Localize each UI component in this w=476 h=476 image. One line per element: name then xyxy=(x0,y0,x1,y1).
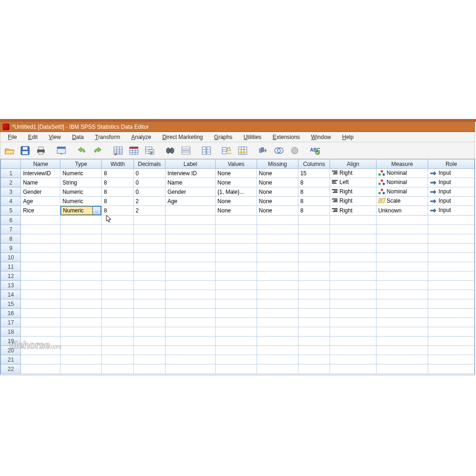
menu-data[interactable]: Data xyxy=(66,134,89,140)
empty-cell[interactable] xyxy=(376,337,428,346)
cell-label[interactable]: Age xyxy=(165,197,216,206)
row-number[interactable]: 12 xyxy=(1,271,21,281)
menu-extensions[interactable]: Extensions xyxy=(267,134,306,140)
row-number[interactable]: 10 xyxy=(1,253,21,262)
empty-cell[interactable] xyxy=(330,364,376,374)
insert-case-button[interactable] xyxy=(179,144,193,157)
empty-cell[interactable] xyxy=(60,346,102,355)
value-labels-button[interactable] xyxy=(256,144,270,157)
spellcheck-button[interactable]: ABC xyxy=(308,144,322,157)
empty-cell[interactable] xyxy=(376,234,428,244)
cell-missing[interactable]: None xyxy=(257,206,298,216)
menu-edit[interactable]: Edit xyxy=(22,134,43,140)
empty-cell[interactable] xyxy=(330,234,376,244)
empty-cell[interactable] xyxy=(215,271,257,281)
empty-cell[interactable] xyxy=(257,225,298,234)
empty-cell[interactable] xyxy=(215,299,257,309)
cell-role[interactable]: Input xyxy=(428,197,475,206)
col-decimals[interactable]: Decimals xyxy=(133,159,165,169)
menu-direct-marketing[interactable]: Direct Marketing xyxy=(157,134,208,140)
empty-cell[interactable] xyxy=(330,337,376,346)
split-file-button[interactable] xyxy=(199,144,213,157)
empty-cell[interactable] xyxy=(298,253,330,262)
menu-file[interactable]: File xyxy=(2,134,22,140)
empty-row[interactable]: 15 xyxy=(1,299,475,309)
empty-row[interactable]: 7 xyxy=(1,225,475,234)
empty-cell[interactable] xyxy=(215,244,257,253)
cell-width[interactable]: 8 xyxy=(102,206,133,216)
empty-cell[interactable] xyxy=(215,262,257,271)
empty-cell[interactable] xyxy=(102,253,133,262)
cell-width[interactable]: 8 xyxy=(102,169,133,178)
empty-row[interactable]: 12 xyxy=(1,271,475,281)
empty-cell[interactable] xyxy=(257,253,298,262)
cell-name[interactable]: Gender xyxy=(21,187,60,197)
empty-cell[interactable] xyxy=(165,253,216,262)
empty-cell[interactable] xyxy=(215,290,257,299)
cell-align[interactable]: Right xyxy=(330,197,376,206)
empty-cell[interactable] xyxy=(165,290,216,299)
empty-cell[interactable] xyxy=(165,327,216,337)
cell-columns[interactable]: 8 xyxy=(298,178,330,187)
cell-decimals[interactable]: 2 xyxy=(133,206,165,216)
col-measure[interactable]: Measure xyxy=(376,159,428,169)
cell-role[interactable]: Input xyxy=(428,169,475,178)
row-number[interactable]: 21 xyxy=(1,355,21,364)
empty-cell[interactable] xyxy=(60,225,102,234)
cell-missing[interactable]: None xyxy=(257,197,298,206)
row-number[interactable]: 4 xyxy=(1,197,21,206)
empty-cell[interactable] xyxy=(215,327,257,337)
empty-cell[interactable] xyxy=(428,299,475,309)
empty-cell[interactable] xyxy=(376,318,428,327)
cell-label[interactable]: Gender xyxy=(165,187,216,197)
empty-cell[interactable] xyxy=(257,234,298,244)
empty-cell[interactable] xyxy=(428,244,475,253)
cell-decimals[interactable]: 0 xyxy=(133,187,165,197)
cell-columns[interactable]: 8 xyxy=(298,197,330,206)
empty-cell[interactable] xyxy=(21,271,60,281)
variable-row[interactable]: 2NameString80NameNoneNone8LeftNominalInp… xyxy=(1,178,475,187)
empty-cell[interactable] xyxy=(102,299,133,309)
empty-row[interactable]: 13 xyxy=(1,281,475,290)
empty-cell[interactable] xyxy=(133,327,165,337)
empty-cell[interactable] xyxy=(376,281,428,290)
empty-cell[interactable] xyxy=(165,262,216,271)
empty-cell[interactable] xyxy=(60,262,102,271)
empty-cell[interactable] xyxy=(257,364,298,374)
cell-values[interactable]: None xyxy=(215,178,257,187)
empty-cell[interactable] xyxy=(298,337,330,346)
empty-cell[interactable] xyxy=(60,281,102,290)
empty-cell[interactable] xyxy=(330,244,376,253)
empty-cell[interactable] xyxy=(215,253,257,262)
empty-cell[interactable] xyxy=(165,346,216,355)
empty-cell[interactable] xyxy=(428,253,475,262)
row-number[interactable]: 8 xyxy=(1,234,21,244)
empty-row[interactable]: 6 xyxy=(1,216,475,225)
row-number[interactable]: 15 xyxy=(1,299,21,309)
empty-cell[interactable] xyxy=(428,262,475,271)
cell-type[interactable]: Numeric xyxy=(60,187,102,197)
empty-cell[interactable] xyxy=(60,271,102,281)
empty-cell[interactable] xyxy=(428,309,475,318)
variable-row[interactable]: 1InterviewIDNumeric80Interview IDNoneNon… xyxy=(1,169,475,178)
col-label[interactable]: Label xyxy=(165,159,216,169)
empty-cell[interactable] xyxy=(60,355,102,364)
empty-cell[interactable] xyxy=(165,234,216,244)
menu-view[interactable]: View xyxy=(43,134,66,140)
empty-cell[interactable] xyxy=(102,309,133,318)
empty-cell[interactable] xyxy=(21,244,60,253)
select-cases-button[interactable] xyxy=(236,144,250,157)
empty-cell[interactable] xyxy=(376,244,428,253)
row-number[interactable]: 9 xyxy=(1,244,21,253)
cell-columns[interactable]: 8 xyxy=(298,187,330,197)
cell-name[interactable]: Name xyxy=(21,178,60,187)
empty-cell[interactable] xyxy=(60,327,102,337)
variable-row[interactable]: 5RiceNumeric...82NoneNone8RightUnknownIn… xyxy=(1,206,475,216)
row-number[interactable]: 14 xyxy=(1,290,21,299)
empty-cell[interactable] xyxy=(330,253,376,262)
empty-cell[interactable] xyxy=(428,234,475,244)
empty-cell[interactable] xyxy=(21,290,60,299)
empty-cell[interactable] xyxy=(60,318,102,327)
empty-cell[interactable] xyxy=(330,290,376,299)
cell-width[interactable]: 8 xyxy=(102,197,133,206)
